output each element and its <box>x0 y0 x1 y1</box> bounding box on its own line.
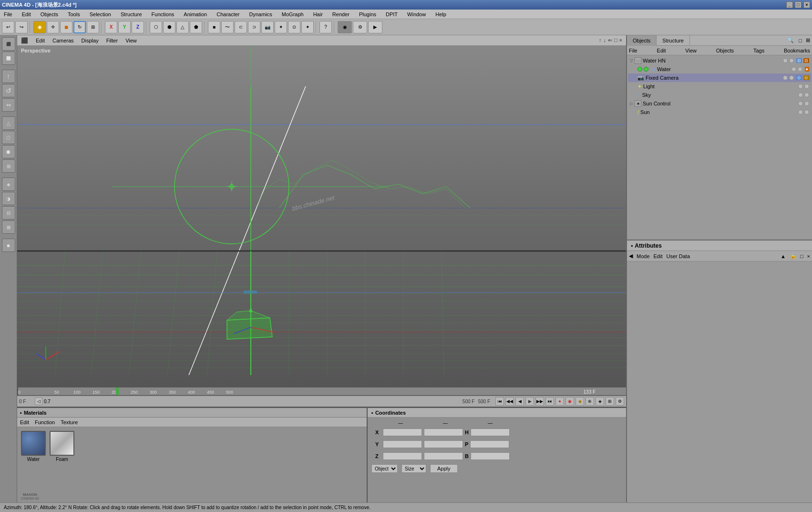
go-end-button[interactable]: ⏭ <box>545 397 554 406</box>
menu-tools[interactable]: Tools <box>66 10 82 18</box>
obj-item-sky[interactable]: ○ Sky <box>628 91 811 99</box>
cube-object[interactable]: ■ <box>208 21 220 33</box>
help-button[interactable]: ? <box>319 21 332 33</box>
material-foam[interactable]: Foam <box>50 431 74 462</box>
coords-object-select[interactable]: Object World <box>371 464 398 473</box>
objects-expand-icon[interactable]: ⊞ <box>804 37 812 43</box>
scale-tool-button[interactable]: ◼ <box>60 21 72 33</box>
vp-toolbar-btn-3[interactable]: ⇐ <box>608 37 612 43</box>
paint-icon[interactable]: ◑ <box>2 192 15 205</box>
menu-file[interactable]: File <box>2 10 14 18</box>
mat-menu-texture[interactable]: Texture <box>61 419 78 425</box>
apply-button[interactable]: Apply <box>430 464 458 473</box>
menu-mograph[interactable]: MoGraph <box>280 10 306 18</box>
menu-help[interactable]: Help <box>433 10 448 18</box>
objects-tree-icon[interactable]: □ <box>797 38 804 43</box>
coords-z-rot[interactable] <box>424 452 463 460</box>
obj-toolbar-view[interactable]: View <box>685 48 697 53</box>
redo-button[interactable]: ↪ <box>15 21 28 33</box>
uv-icon[interactable]: ⊞ <box>2 159 15 173</box>
minimize-button[interactable]: _ <box>786 1 793 8</box>
vp-toolbar-btn-1[interactable]: ↑ <box>599 37 602 43</box>
vp-toolbar-btn-5[interactable]: × <box>619 37 622 43</box>
vp-menu-view[interactable]: View <box>125 38 137 43</box>
menu-objects[interactable]: Objects <box>39 10 60 18</box>
attr-expand-icon[interactable]: □ <box>800 253 803 259</box>
mat-menu-edit[interactable]: Edit <box>20 419 29 425</box>
menu-selection[interactable]: Selection <box>88 10 113 18</box>
obj-item-sun-control[interactable]: ▷ ☀ Sun Control <box>628 99 811 108</box>
camera-tool[interactable]: 📷 <box>261 21 274 33</box>
prev-button[interactable]: ◀ <box>515 397 524 406</box>
attr-close-icon[interactable]: × <box>807 253 810 259</box>
obj-toolbar-file[interactable]: File <box>629 48 637 53</box>
coords-y-pos[interactable] <box>383 440 422 448</box>
x-axis-button[interactable]: X <box>105 21 117 33</box>
record-button[interactable]: ● <box>555 397 564 406</box>
spline-tool[interactable]: 〜 <box>221 21 234 33</box>
material-water[interactable]: Water <box>21 431 46 462</box>
y-axis-button[interactable]: Y <box>118 21 131 33</box>
sculpt-icon[interactable]: ◈ <box>2 178 15 191</box>
menu-dynamics[interactable]: Dynamics <box>247 10 274 18</box>
menu-dpit[interactable]: DPIT <box>384 10 400 18</box>
light-tool[interactable]: ✦ <box>275 21 287 33</box>
attr-menu-mode[interactable]: Mode <box>637 253 650 259</box>
objects-search-icon[interactable]: 🔍 <box>784 37 797 43</box>
attr-menu-edit[interactable]: Edit <box>654 253 663 259</box>
scene-tool[interactable]: ⊙ <box>288 21 300 33</box>
obj-toolbar-edit[interactable]: Edit <box>657 48 666 53</box>
obj-toolbar-bookmarks[interactable]: Bookmarks <box>784 48 810 53</box>
checker-icon[interactable]: ⊟ <box>2 206 15 219</box>
vp-menu-edit[interactable]: Edit <box>36 38 45 43</box>
undo-button[interactable]: ↩ <box>2 21 14 33</box>
coords-x-pos[interactable] <box>383 428 422 436</box>
play-button[interactable]: ▶ <box>525 397 534 406</box>
transform-button[interactable]: ⊞ <box>87 21 99 33</box>
points-icon[interactable]: △ <box>2 116 15 130</box>
live-selection-button[interactable]: ◉ <box>33 21 46 33</box>
obj-item-light[interactable]: ✦ Light <box>628 82 811 91</box>
vp-toolbar-btn-2[interactable]: ↓ <box>603 37 606 43</box>
mat-menu-function[interactable]: Function <box>35 419 55 425</box>
playback-opts-1[interactable]: ◈ <box>596 397 604 406</box>
nurbs-tool[interactable]: ⊂ <box>235 21 247 33</box>
motion-button[interactable]: ⊛ <box>586 397 594 406</box>
vp-menu-cameras[interactable]: Cameras <box>52 38 74 43</box>
z-axis-button[interactable]: Z <box>132 21 144 33</box>
checker2-icon[interactable]: ⊠ <box>2 220 15 234</box>
render-active[interactable]: ◉ <box>338 21 352 33</box>
render-to-po[interactable]: ▶ <box>368 21 382 33</box>
maximize-button[interactable]: □ <box>795 1 802 8</box>
rotate-icon[interactable]: ↺ <box>2 84 15 97</box>
key-button[interactable]: ◆ <box>576 397 584 406</box>
tab-structure[interactable]: Structure <box>657 35 690 46</box>
particles-tool[interactable]: ✦ <box>301 21 314 33</box>
window-controls[interactable]: _ □ × <box>786 1 810 8</box>
uv-tool[interactable]: ⬟ <box>190 21 202 33</box>
menu-hair[interactable]: Hair <box>311 10 325 18</box>
coords-z-pos[interactable] <box>383 452 422 460</box>
menu-structure[interactable]: Structure <box>119 10 144 18</box>
coords-x-rot[interactable] <box>424 428 463 436</box>
menu-animation[interactable]: Animation <box>182 10 209 18</box>
attr-collapse-icon[interactable]: ▪ <box>631 242 633 249</box>
mat-collapse-icon[interactable]: ▪ <box>20 410 22 416</box>
obj-toolbar-objects[interactable]: Objects <box>716 48 734 53</box>
menu-window[interactable]: Window <box>405 10 428 18</box>
attr-menu-userdata[interactable]: User Data <box>667 253 690 259</box>
rotate-tool-button[interactable]: ↻ <box>73 21 86 33</box>
vp-toolbar-btn-4[interactable]: □ <box>614 37 617 43</box>
attr-lock-icon[interactable]: 🔒 <box>790 253 796 259</box>
timeline-ruler[interactable]: 0 50 100 150 200 250 300 350 400 450 500… <box>17 387 626 396</box>
sphere-icon[interactable]: ● <box>2 239 15 252</box>
go-start-button[interactable]: ⏮ <box>495 397 504 406</box>
auto-key-button[interactable]: ◉ <box>565 397 574 406</box>
edge-tool[interactable]: ⬢ <box>163 21 175 33</box>
coords-size-select[interactable]: Size Scale <box>401 464 426 473</box>
coords-b[interactable] <box>471 452 510 460</box>
attr-up-icon[interactable]: ▲ <box>781 253 786 259</box>
obj-item-water[interactable]: ⊡ Water ● <box>628 65 811 73</box>
prev-frame-button[interactable]: ◀◀ <box>505 397 514 406</box>
move-tool-button[interactable]: ✛ <box>47 21 59 33</box>
